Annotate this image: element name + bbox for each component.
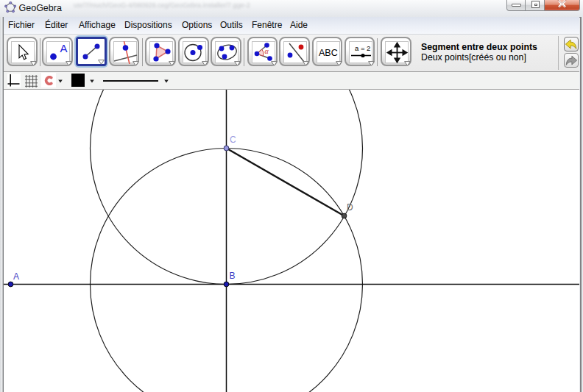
- svg-text:C: C: [230, 135, 236, 145]
- svg-text:a = 2: a = 2: [355, 44, 370, 52]
- svg-text:ABC: ABC: [319, 48, 338, 58]
- svg-text:D: D: [347, 202, 353, 213]
- svg-text:A: A: [13, 271, 19, 282]
- svg-text:B: B: [230, 271, 236, 281]
- svg-text:α: α: [264, 47, 269, 55]
- svg-text:A: A: [60, 42, 68, 54]
